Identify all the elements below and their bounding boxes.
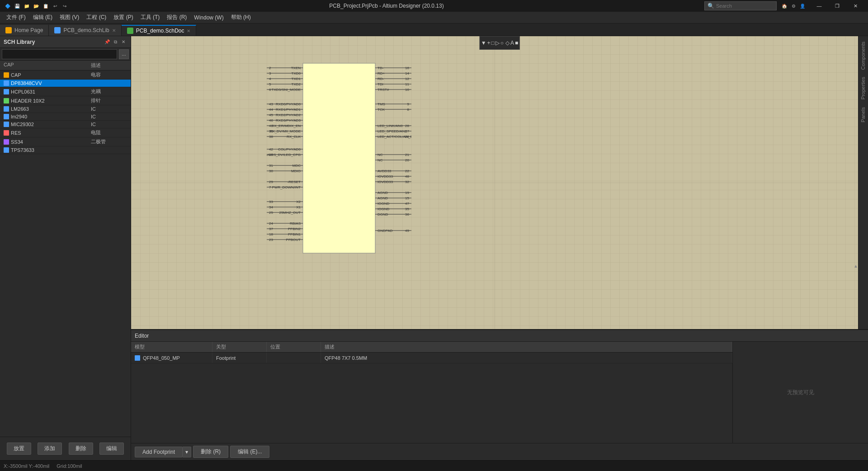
- right-tab-properties[interactable]: Properties: [859, 73, 868, 103]
- home-icon[interactable]: 🏠: [780, 2, 788, 10]
- editor-tab-label: Editor: [135, 333, 149, 339]
- search-input[interactable]: [716, 3, 770, 9]
- list-item[interactable]: HEADER 10X2 排针: [0, 96, 131, 105]
- list-item[interactable]: HCPL0631 光耦: [0, 87, 131, 96]
- menu-tools[interactable]: 工具 (T): [137, 13, 164, 22]
- add-footprint-dropdown[interactable]: ▾: [183, 447, 191, 457]
- project-icon[interactable]: 📋: [42, 2, 50, 10]
- settings-icon[interactable]: ⚙: [789, 2, 797, 10]
- list-item[interactable]: CAP 电容: [0, 71, 131, 80]
- open-icon[interactable]: 📂: [32, 2, 40, 10]
- toolbar-wire-button[interactable]: ◇: [505, 40, 509, 46]
- add-button[interactable]: 添加: [38, 443, 62, 455]
- toolbar-arrow-button[interactable]: ▷: [495, 40, 500, 46]
- svg-text:MDC: MDC: [292, 164, 301, 168]
- svg-text:RXD1/PHYAD1: RXD1/PHYAD1: [276, 108, 301, 112]
- svg-text:TCK: TCK: [377, 108, 385, 112]
- minimize-button[interactable]: —: [810, 0, 828, 12]
- svg-text:27: 27: [405, 129, 409, 133]
- tab-schdoc[interactable]: PCB_demo.SchDoc ✕: [122, 25, 197, 36]
- close-button[interactable]: ✕: [846, 0, 864, 12]
- toolbar-circle-button[interactable]: ○: [500, 40, 504, 46]
- component-search-button[interactable]: …: [119, 49, 129, 59]
- undo-icon[interactable]: ↩: [51, 2, 59, 10]
- edit-button[interactable]: 编辑: [99, 443, 124, 455]
- list-item[interactable]: MIC29302 IC: [0, 121, 131, 128]
- schematic-canvas[interactable]: TXEN 2 TXD0 3 TXD1 4 TXD2 5: [131, 36, 858, 329]
- svg-text:20: 20: [405, 158, 409, 162]
- svg-text:IOVDD33: IOVDD33: [377, 174, 393, 179]
- svg-text:TD-: TD-: [377, 66, 384, 70]
- tab-schdoc-close[interactable]: ✕: [187, 28, 190, 33]
- svg-text:IOVDD33: IOVDD33: [377, 180, 393, 184]
- comp-id: TPS73633: [11, 147, 91, 153]
- menu-file[interactable]: 文件 (F): [3, 13, 29, 22]
- folder-icon[interactable]: 📁: [23, 2, 31, 10]
- svg-text:41: 41: [269, 124, 273, 128]
- tab-schlib-close[interactable]: ✕: [112, 28, 116, 33]
- account-icon[interactable]: 👤: [798, 2, 807, 10]
- toolbar-add-button[interactable]: +: [487, 40, 491, 46]
- svg-text:6: 6: [269, 88, 271, 92]
- panel-header: SCH Library 📌 ⧉ ✕: [0, 36, 131, 48]
- list-item[interactable]: RES 电阻: [0, 128, 131, 137]
- list-item[interactable]: lm2940 IC: [0, 113, 131, 121]
- model-table: 模型 关型 位置 描述 QFP48_050_MP Footprint QFP48…: [131, 342, 732, 443]
- table-row[interactable]: QFP48_050_MP Footprint QFP48 7X7 0.5MM: [131, 353, 732, 363]
- comp-id: HCPL0631: [11, 89, 91, 94]
- svg-text:21: 21: [405, 153, 409, 157]
- comp-id: CAP: [11, 72, 91, 78]
- toolbar-rect-button[interactable]: □: [491, 40, 495, 46]
- menu-window[interactable]: Window (W): [190, 14, 227, 22]
- edit-model-button[interactable]: 编辑 (E)...: [230, 446, 269, 458]
- comp-desc: IC: [91, 106, 127, 112]
- search-box[interactable]: 🔍: [704, 1, 777, 10]
- component-search-input[interactable]: [2, 49, 117, 59]
- redo-icon[interactable]: ↪: [61, 2, 69, 10]
- right-tab-components[interactable]: Components: [859, 38, 868, 73]
- right-tab-panels[interactable]: Panels: [859, 104, 868, 126]
- svg-text:25MHZ_OUT: 25MHZ_OUT: [279, 211, 301, 215]
- menu-help[interactable]: 帮助 (H): [227, 13, 255, 22]
- delete-model-button[interactable]: 删除 (R): [193, 446, 228, 458]
- add-footprint-button[interactable]: Add Footprint: [135, 447, 183, 457]
- svg-text:47: 47: [405, 202, 409, 206]
- svg-text:X1: X1: [296, 205, 301, 209]
- svg-text:45: 45: [269, 113, 273, 117]
- panel-close-button[interactable]: ✕: [120, 38, 127, 46]
- list-item[interactable]: LM2663 IC: [0, 105, 131, 113]
- menu-project[interactable]: 工程 (C): [83, 13, 110, 22]
- menu-place[interactable]: 放置 (P): [110, 13, 137, 22]
- delete-button[interactable]: 删除: [69, 443, 93, 455]
- panel-pin-button[interactable]: 📌: [104, 38, 111, 46]
- list-item[interactable]: TPS73633: [0, 146, 131, 154]
- maximize-button[interactable]: ❐: [828, 0, 846, 12]
- component-list-header: CAP 描述: [0, 61, 131, 71]
- expand-icon[interactable]: ▲: [854, 264, 858, 268]
- menu-reports[interactable]: 报告 (R): [163, 13, 190, 22]
- svg-text:4: 4: [269, 77, 271, 81]
- menu-edit[interactable]: 编辑 (E): [29, 13, 56, 22]
- svg-text:RX_DV/MII_MODE: RX_DV/MII_MODE: [270, 129, 301, 133]
- svg-text:PFBOUT: PFBOUT: [286, 238, 301, 242]
- cell-desc: QFP48 7X7 0.5MM: [321, 353, 732, 363]
- toolbar-filter-button[interactable]: ▼: [481, 40, 486, 46]
- svg-text:NC: NC: [377, 153, 383, 157]
- svg-text:RX_CLK: RX_CLK: [287, 135, 301, 139]
- list-item[interactable]: SS34 二极管: [0, 137, 131, 146]
- col-header-type: 关型: [212, 342, 267, 352]
- add-footprint-split-button: Add Footprint ▾: [135, 447, 191, 457]
- svg-text:28: 28: [405, 124, 409, 128]
- menu-view[interactable]: 视图 (V): [56, 13, 83, 22]
- title-left-icons: 🔷 💾 📁 📂 📋 ↩ ↪: [4, 2, 69, 10]
- save-icon[interactable]: 💾: [13, 2, 21, 10]
- svg-text:8: 8: [407, 108, 410, 112]
- toolbar-text-button[interactable]: A: [510, 40, 514, 46]
- list-item[interactable]: DP83848CVV: [0, 80, 131, 87]
- toolbar-fill-button[interactable]: ■: [515, 40, 518, 46]
- place-button[interactable]: 放置: [7, 443, 31, 455]
- tab-schlib[interactable]: PCB_demo.SchLib ✕: [49, 25, 121, 36]
- component-icon-ic: [4, 89, 9, 94]
- panel-float-button[interactable]: ⧉: [112, 38, 119, 46]
- tab-home[interactable]: Home Page: [0, 25, 49, 36]
